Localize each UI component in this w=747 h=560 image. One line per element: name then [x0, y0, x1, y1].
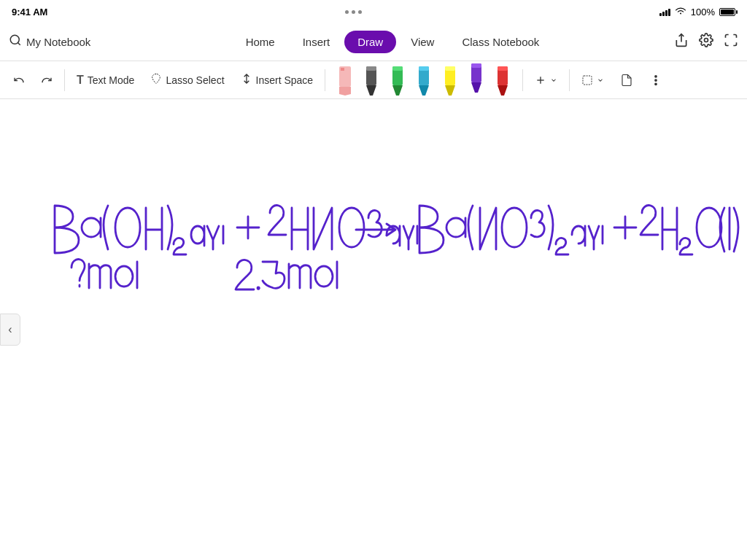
text-mode-label: Text Mode	[88, 74, 135, 86]
svg-marker-28	[498, 85, 508, 96]
eraser-tool[interactable]	[333, 65, 357, 96]
tab-view[interactable]: View	[398, 31, 447, 53]
selection-tool-button[interactable]	[574, 70, 611, 90]
lasso-icon	[150, 73, 162, 87]
pen-black[interactable]	[359, 65, 384, 96]
tab-class-notebook[interactable]: Class Notebook	[449, 31, 552, 53]
pen-tools	[330, 65, 518, 96]
separator-1	[64, 69, 65, 91]
wifi-icon	[675, 7, 686, 18]
svg-point-35	[655, 83, 657, 85]
undo-button[interactable]	[6, 70, 32, 90]
status-dot-3	[358, 10, 362, 14]
toolbar: T Text Mode Lasso Select Insert Space	[0, 61, 747, 99]
add-tool-button[interactable]	[527, 70, 565, 90]
lasso-select-label: Lasso Select	[166, 74, 224, 86]
lasso-select-button[interactable]: Lasso Select	[143, 69, 231, 91]
settings-button[interactable]	[699, 33, 713, 51]
text-mode-button[interactable]: T Text Mode	[69, 69, 142, 91]
nav-right-actions	[674, 33, 738, 51]
pen-teal[interactable]	[411, 65, 436, 96]
svg-point-33	[655, 75, 657, 77]
nav-bar: My Notebook Home Insert Draw View Class …	[0, 23, 747, 61]
svg-point-2	[705, 39, 708, 42]
svg-marker-16	[419, 85, 429, 96]
svg-rect-19	[445, 66, 455, 71]
separator-3	[522, 69, 523, 91]
svg-rect-15	[419, 66, 429, 71]
share-button[interactable]	[674, 33, 689, 51]
page-content[interactable]: ‹	[0, 99, 747, 560]
svg-point-34	[655, 79, 657, 80]
insert-space-label: Insert Space	[256, 74, 314, 86]
status-dot-1	[345, 10, 349, 14]
fullscreen-button[interactable]	[724, 33, 738, 51]
svg-rect-11	[392, 66, 403, 71]
svg-rect-23	[471, 63, 481, 68]
sticky-note-button[interactable]	[613, 69, 640, 91]
pen-red[interactable]	[490, 65, 515, 96]
search-area[interactable]: My Notebook	[9, 34, 111, 50]
sidebar-toggle[interactable]: ‹	[0, 314, 20, 346]
tab-draw[interactable]: Draw	[344, 31, 396, 53]
svg-point-0	[10, 35, 19, 44]
notebook-name: My Notebook	[26, 36, 90, 48]
pen-yellow[interactable]	[438, 65, 462, 96]
svg-rect-32	[583, 76, 592, 85]
battery-percentage: 100%	[691, 7, 715, 18]
text-mode-icon: T	[77, 74, 84, 87]
search-icon	[9, 34, 22, 50]
undo-redo-group	[6, 70, 60, 90]
handwriting-canvas	[0, 99, 747, 560]
svg-rect-27	[498, 66, 508, 71]
pen-purple[interactable]	[464, 62, 489, 93]
redo-button[interactable]	[34, 70, 60, 90]
status-time: 9:41 AM	[12, 7, 47, 18]
tab-home[interactable]: Home	[233, 31, 288, 53]
svg-marker-5	[339, 87, 351, 96]
svg-marker-24	[471, 82, 481, 93]
insert-space-icon	[241, 73, 252, 87]
separator-4	[569, 69, 570, 91]
pen-green[interactable]	[385, 65, 410, 96]
svg-marker-20	[445, 85, 455, 96]
status-right: 100%	[659, 7, 735, 18]
separator-2	[325, 69, 325, 91]
insert-space-button[interactable]: Insert Space	[233, 69, 321, 91]
svg-marker-8	[366, 85, 376, 96]
battery-icon	[719, 8, 735, 16]
nav-tabs: Home Insert Draw View Class Notebook	[111, 31, 674, 53]
svg-rect-4	[341, 68, 344, 71]
svg-marker-12	[392, 85, 403, 96]
status-bar: 9:41 AM 100%	[0, 0, 747, 23]
tab-insert[interactable]: Insert	[290, 31, 344, 53]
chevron-left-icon: ‹	[8, 323, 12, 336]
svg-rect-7	[366, 66, 376, 71]
more-options-button[interactable]	[642, 69, 670, 91]
status-dot-2	[352, 10, 355, 14]
signal-icon	[659, 7, 670, 16]
status-center	[345, 10, 362, 14]
